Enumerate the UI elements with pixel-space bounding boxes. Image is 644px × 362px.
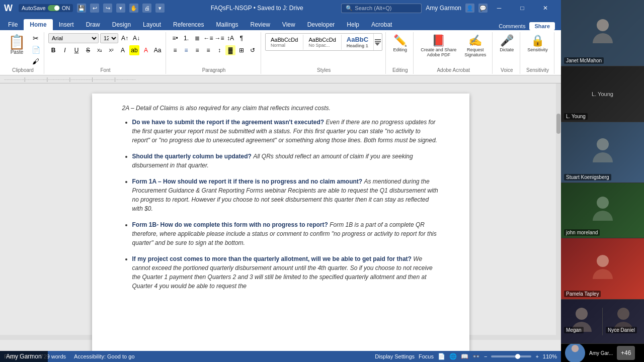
read-mode-icon[interactable]: 📖 bbox=[461, 353, 468, 360]
video-name-nyce: Nyce Daniel bbox=[606, 327, 637, 333]
dictate-button[interactable]: 🎤 Dictate bbox=[497, 33, 517, 54]
tab-review[interactable]: Review bbox=[245, 19, 276, 30]
show-formatting-button[interactable]: ¶ bbox=[236, 33, 247, 43]
increase-indent-button[interactable]: →≡ bbox=[214, 33, 224, 43]
numbering-button[interactable]: 1. bbox=[181, 33, 191, 43]
format-painter-button[interactable]: 🖌 bbox=[31, 56, 41, 66]
ruler: ················|·················|·····… bbox=[0, 75, 561, 83]
touch-icon[interactable]: ✋ bbox=[129, 4, 138, 13]
bullet-question-5: If my project cost comes to more than th… bbox=[132, 255, 412, 262]
undo-icon[interactable]: ↩ bbox=[90, 4, 99, 13]
paste-label: Paste bbox=[11, 49, 24, 55]
bold-button[interactable]: B bbox=[48, 45, 58, 55]
vertical-scrollbar[interactable] bbox=[556, 83, 561, 340]
multilevel-button[interactable]: ≣ bbox=[192, 33, 202, 43]
increase-font-button[interactable]: A↑ bbox=[120, 33, 130, 43]
justify-button[interactable]: ≡ bbox=[203, 45, 213, 55]
person-john bbox=[590, 197, 615, 224]
rtl-button[interactable]: ↺ bbox=[248, 45, 258, 55]
autosave-toggle[interactable] bbox=[48, 5, 60, 11]
accessibility-status[interactable]: Accessibility: Good to go bbox=[74, 353, 134, 359]
customize-icon[interactable]: ▾ bbox=[155, 4, 165, 13]
tab-view[interactable]: View bbox=[276, 19, 301, 30]
restore-button[interactable]: □ bbox=[511, 0, 534, 16]
bullets-button[interactable]: ≡• bbox=[170, 33, 180, 43]
minimize-button[interactable]: ─ bbox=[488, 0, 511, 16]
scroll-thumb bbox=[556, 114, 560, 134]
profile-icon[interactable]: 👤 bbox=[465, 4, 474, 13]
highlight-button[interactable]: ab bbox=[129, 45, 139, 55]
sensitivity-button[interactable]: 🔒 Sensitivity bbox=[524, 33, 551, 54]
search-bar[interactable]: 🔍 Search (Alt+Q) bbox=[341, 4, 422, 13]
group-adobe: 📕 Create and ShareAdobe PDF ✍ RequestSig… bbox=[415, 32, 493, 74]
immersive-reader-icon[interactable]: 👓 bbox=[472, 353, 480, 360]
subscript-button[interactable]: X₂ bbox=[95, 45, 105, 55]
more-tools-icon[interactable]: ▾ bbox=[116, 4, 125, 13]
style-normal[interactable]: AaBbCcDd Normal bbox=[266, 35, 303, 50]
strikethrough-button[interactable]: S bbox=[83, 45, 93, 55]
decrease-indent-button[interactable]: ←≡ bbox=[203, 33, 213, 43]
print-layout-icon[interactable]: 📄 bbox=[438, 353, 445, 360]
plus-participants-badge[interactable]: +46 bbox=[617, 346, 635, 360]
tab-developer[interactable]: Developer bbox=[301, 19, 341, 30]
par-row-2: ≡ ≡ ≡ ≡ ↕ ▓ ⊞ ↺ bbox=[170, 45, 258, 55]
zoom-in-button[interactable]: + bbox=[535, 353, 538, 359]
style-no-space[interactable]: AaBbCcDd No Spac... bbox=[303, 35, 341, 50]
zoom-level[interactable]: 110% bbox=[543, 353, 557, 359]
tab-insert[interactable]: Insert bbox=[53, 19, 80, 30]
sort-button[interactable]: ↕A bbox=[225, 33, 235, 43]
tab-file[interactable]: File bbox=[2, 19, 24, 30]
styles-more-button[interactable] bbox=[374, 38, 382, 47]
editing-button[interactable]: ✏️ Editing bbox=[390, 33, 410, 54]
styles-box: AaBbCcDd Normal AaBbCcDd No Spac... AaBb… bbox=[265, 33, 382, 51]
tab-references[interactable]: References bbox=[167, 19, 210, 30]
tab-mailings[interactable]: Mailings bbox=[210, 19, 244, 30]
focus-button[interactable]: Focus bbox=[419, 353, 434, 359]
font-size-select[interactable]: 12 bbox=[100, 33, 118, 43]
window-controls: ─ □ ✕ bbox=[488, 0, 557, 16]
list-item: Do we have to submit the report if the a… bbox=[132, 118, 439, 145]
web-layout-icon[interactable]: 🌐 bbox=[449, 353, 457, 360]
person-body bbox=[593, 269, 613, 279]
decrease-font-button[interactable]: A↓ bbox=[131, 33, 141, 43]
tab-help[interactable]: Help bbox=[341, 19, 365, 30]
tab-home[interactable]: Home bbox=[24, 19, 52, 30]
italic-button[interactable]: I bbox=[60, 45, 70, 55]
signature-icon: ✍ bbox=[468, 35, 482, 46]
align-center-button[interactable]: ≡ bbox=[181, 45, 191, 55]
zoom-slider[interactable] bbox=[491, 355, 531, 357]
tab-layout[interactable]: Layout bbox=[137, 19, 167, 30]
text-effects-button[interactable]: A bbox=[118, 45, 128, 55]
borders-button[interactable]: ⊞ bbox=[236, 45, 247, 55]
style-heading1[interactable]: AaBbC Heading 1 bbox=[342, 34, 374, 50]
zoom-out-button[interactable]: − bbox=[484, 353, 487, 359]
line-spacing-button[interactable]: ↕ bbox=[214, 45, 224, 55]
close-button[interactable]: ✕ bbox=[534, 0, 557, 16]
align-left-button[interactable]: ≡ bbox=[170, 45, 180, 55]
tab-draw[interactable]: Draw bbox=[80, 19, 106, 30]
superscript-button[interactable]: X² bbox=[106, 45, 116, 55]
underline-button[interactable]: U bbox=[71, 45, 82, 55]
align-right-button[interactable]: ≡ bbox=[192, 45, 202, 55]
print-icon[interactable]: 🖨 bbox=[142, 4, 151, 13]
title-bar: W AutoSave ON 💾 ↩ ↪ ▾ ✋ 🖨 ▾ FAQsFL-NSGP … bbox=[0, 0, 561, 16]
share-button[interactable]: Share bbox=[529, 22, 555, 30]
font-family-select[interactable]: Arial bbox=[48, 33, 99, 43]
copy-button[interactable]: 📄 bbox=[31, 45, 41, 55]
request-signatures-button[interactable]: ✍ RequestSignatures bbox=[461, 33, 489, 59]
save-icon[interactable]: 💾 bbox=[77, 4, 86, 13]
font-size-text-button[interactable]: Aа bbox=[152, 45, 163, 55]
shading-button[interactable]: ▓ bbox=[225, 45, 235, 55]
font-color-button[interactable]: A bbox=[141, 45, 151, 55]
paste-button[interactable]: 📋 Paste bbox=[5, 33, 29, 57]
group-font: Arial 12 A↑ A↓ B I U S X₂ X² A ab bbox=[45, 32, 166, 74]
create-share-pdf-button[interactable]: 📕 Create and ShareAdobe PDF bbox=[418, 33, 459, 59]
tab-design[interactable]: Design bbox=[106, 19, 137, 30]
comments-button[interactable]: Comments bbox=[499, 23, 525, 29]
cut-button[interactable]: ✂ bbox=[31, 33, 41, 43]
redo-icon[interactable]: ↪ bbox=[103, 4, 112, 13]
clipboard-extras: ✂ 📄 🖌 bbox=[31, 33, 41, 66]
feedback-icon[interactable]: 💬 bbox=[478, 4, 488, 13]
tab-acrobat[interactable]: Acrobat bbox=[365, 19, 398, 30]
display-settings-button[interactable]: Display Settings bbox=[375, 353, 415, 359]
